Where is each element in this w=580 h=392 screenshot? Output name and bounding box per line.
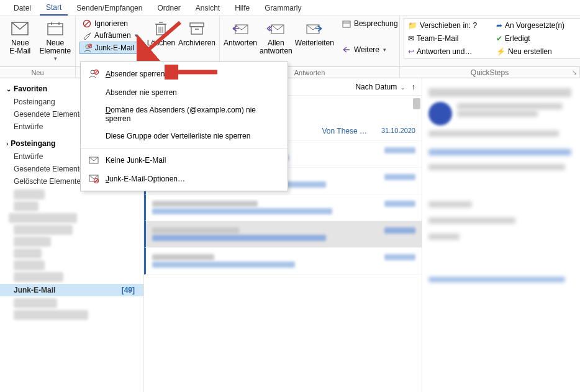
envelope-small-icon: ✉ (408, 34, 414, 43)
nav-blurred-item[interactable] (14, 272, 63, 282)
nav-blurred-item[interactable] (9, 213, 77, 223)
menu-never-block-domain[interactable]: Domäne des Absenders (@example.com) nie … (81, 102, 288, 127)
nav-blurred-item[interactable] (14, 260, 45, 270)
menu-ordner[interactable]: Ordner (151, 1, 186, 15)
delete-label: Löschen (147, 39, 175, 47)
menu-never-block-sender[interactable]: Absender nie sperren (81, 83, 288, 102)
dialog-launcher-icon[interactable]: ↘ (572, 69, 577, 76)
message-row[interactable] (144, 194, 422, 221)
menu-junk-options[interactable]: Junk-E-Mail-Optionen… (81, 170, 288, 188)
svg-line-6 (84, 21, 89, 26)
envelope-icon (88, 155, 99, 166)
broom-icon (82, 30, 92, 40)
menu-hilfe[interactable]: Hilfe (229, 1, 256, 15)
chevron-down-icon: ⌄ (6, 86, 11, 93)
ribbon-group-quicksteps: 📁Verschieben in: ? ➦An Vorgesetzte(n) ✉T… (400, 16, 580, 66)
chevron-down-icon: ▾ (54, 55, 57, 62)
message-row[interactable] (144, 248, 422, 275)
menu-separator (81, 148, 288, 148)
svg-point-8 (86, 45, 89, 48)
ribbon-group-antworten: Antworten Allenantworten Weiterleiten Be… (220, 16, 400, 66)
ribbon-group-neu: NeueE-Mail NeueElemente ▾ (0, 16, 76, 66)
junk-dropdown-button[interactable]: Junk-E-Mail ▾ (79, 42, 144, 54)
menubar: Datei Start Senden/Empfangen Ordner Ansi… (0, 0, 580, 16)
group-label-neu: Neu (0, 67, 76, 78)
nav-junk[interactable]: Junk-E-Mail[49] (0, 284, 143, 296)
qs-move-to[interactable]: 📁Verschieben in: ? (406, 19, 492, 32)
ribbon-group-loeschen: Ignorieren Aufräumen ▾ Junk-E-Mail ▾ Lös… (76, 16, 220, 66)
lightning-icon: ⚡ (496, 47, 505, 56)
reply-small-icon (342, 45, 351, 55)
reading-pane (422, 78, 580, 392)
svg-rect-23 (343, 21, 350, 27)
nav-blurred-item[interactable] (14, 225, 73, 235)
chevron-down-icon: ▾ (383, 47, 386, 53)
qs-reply-delete[interactable]: ↩Antworten und… (406, 45, 492, 58)
reply-button[interactable]: Antworten (224, 18, 257, 47)
message-date: 31.10.2020 (372, 127, 415, 135)
meeting-label: Besprechung (354, 19, 398, 28)
forward-button[interactable]: Weiterleiten (295, 18, 334, 47)
menu-ansicht[interactable]: Ansicht (189, 1, 226, 15)
new-elements-button[interactable]: NeueElemente ▾ (39, 18, 72, 62)
more-reply-button[interactable]: Weitere ▾ (339, 44, 401, 55)
svg-rect-1 (48, 24, 63, 35)
archive-icon (187, 19, 207, 38)
block-sender-icon (88, 68, 99, 80)
group-label-quicksteps: QuickSteps↘ (400, 67, 580, 78)
ribbon: NeueE-Mail NeueElemente ▾ Ignorieren A (0, 16, 580, 67)
delete-button[interactable]: Löschen (147, 18, 176, 47)
archive-label: Archivieren (178, 39, 215, 47)
chevron-down-icon: ⌄ (401, 84, 406, 91)
nav-blurred-item[interactable] (14, 248, 42, 258)
nav-blurred-item[interactable] (14, 201, 39, 211)
menu-datei[interactable]: Datei (7, 1, 37, 15)
svg-rect-17 (190, 23, 204, 27)
qs-to-manager[interactable]: ➦An Vorgesetzte(n) (494, 19, 580, 32)
reply-all-button[interactable]: Allenantworten (260, 18, 292, 55)
sort-direction-button[interactable]: ↑ (412, 82, 416, 91)
forward-icon (304, 19, 324, 38)
message-row-selected[interactable] (144, 221, 422, 248)
new-email-label: NeueE-Mail (9, 39, 30, 55)
block-icon (82, 19, 92, 29)
cleanup-label: Aufräumen (94, 31, 131, 40)
scrollbar-thumb[interactable] (413, 98, 420, 109)
forward-label: Weiterleiten (295, 39, 334, 47)
more-reply-label: Weitere (354, 45, 379, 54)
cleanup-button[interactable]: Aufräumen ▾ (79, 30, 144, 41)
nav-blurred-item[interactable] (14, 310, 88, 320)
nav-blurred-item[interactable] (14, 237, 51, 247)
svg-line-7 (89, 33, 91, 35)
reply-arrow-icon: ↩ (408, 47, 414, 56)
menu-senden[interactable]: Senden/Empfangen (70, 1, 148, 15)
check-icon: ✔ (496, 34, 502, 43)
quicksteps-gallery[interactable]: 📁Verschieben in: ? ➦An Vorgesetzte(n) ✉T… (404, 18, 580, 59)
calendar-small-icon (342, 19, 351, 29)
reply-icon (230, 19, 250, 38)
sort-by-dropdown[interactable]: Nach Datum ⌄ (355, 83, 405, 91)
junk-dropdown-menu: Absender sperren Absender nie sperren Do… (80, 62, 288, 191)
archive-button[interactable]: Archivieren (178, 18, 215, 47)
qs-done[interactable]: ✔Erledigt (494, 32, 580, 45)
junk-user-icon (83, 43, 93, 53)
ignore-button[interactable]: Ignorieren (79, 18, 144, 29)
qs-create-new[interactable]: ⚡Neu erstellen (494, 45, 580, 58)
meeting-button[interactable]: Besprechung (339, 18, 401, 29)
menu-never-block-group[interactable]: Diese Gruppe oder Verteilerliste nie spe… (81, 127, 288, 145)
menu-not-junk[interactable]: Keine Junk-E-Mail (81, 151, 288, 170)
chevron-down-icon: ▾ (138, 45, 141, 51)
qs-team-email[interactable]: ✉Team-E-Mail (406, 32, 492, 45)
chevron-right-icon: › (6, 140, 8, 147)
menu-start[interactable]: Start (40, 1, 68, 16)
nav-blurred-item[interactable] (14, 298, 57, 308)
calendar-icon (45, 19, 65, 38)
folder-move-icon: 📁 (408, 21, 417, 30)
svg-rect-18 (191, 27, 202, 34)
menu-block-sender[interactable]: Absender sperren (81, 65, 288, 83)
envelope-icon (10, 19, 30, 38)
menu-grammarly[interactable]: Grammarly (258, 1, 307, 15)
new-email-button[interactable]: NeueE-Mail (4, 18, 37, 55)
nav-blurred-item[interactable] (14, 189, 45, 199)
reply-all-icon (266, 19, 286, 38)
